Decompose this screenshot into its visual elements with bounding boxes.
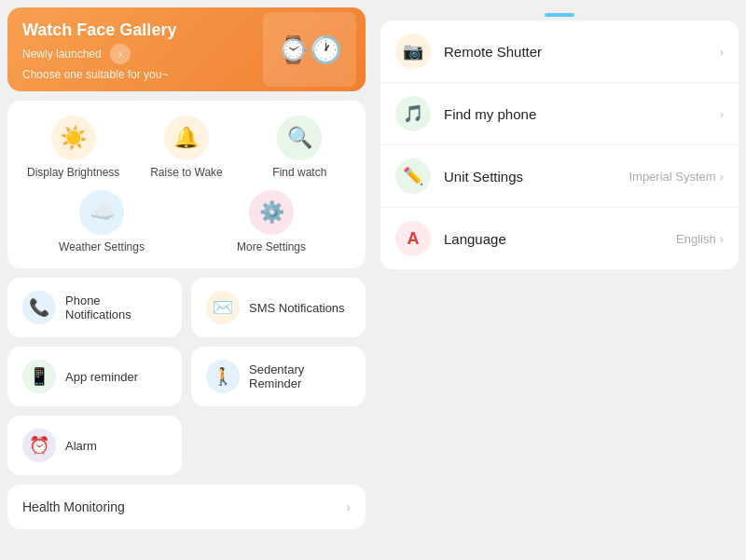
sedentary-reminder-icon: 🚶 [206, 360, 240, 393]
phone-notifications-label: Phone Notifications [65, 294, 167, 321]
quick-item-more-settings[interactable]: ⚙️ More Settings [192, 190, 351, 253]
language-icon: A [395, 221, 431, 256]
remote-shutter-label: Remote Shutter [444, 44, 720, 60]
right-panel: 📷 Remote Shutter › 🎵 Find my phone › ✏️ … [373, 0, 746, 560]
app-reminder-item[interactable]: 📱 App reminder [7, 347, 182, 406]
app-reminder-icon: 📱 [22, 360, 56, 393]
quick-item-weather-settings[interactable]: ☁️ Weather Settings [22, 190, 181, 253]
alarm-item[interactable]: ⏰ Alarm [7, 416, 182, 475]
health-monitoring-chevron-icon: › [346, 499, 351, 514]
find-my-phone-item[interactable]: 🎵 Find my phone › [380, 83, 739, 145]
app-reminder-label: App reminder [65, 370, 138, 384]
remote-shutter-chevron-icon: › [720, 45, 724, 59]
quick-actions-card: ☀️ Display Brightness 🔔 Raise to Wake 🔍 … [7, 101, 366, 268]
display-brightness-icon: ☀️ [51, 116, 96, 160]
language-item[interactable]: A Language English › [380, 208, 739, 269]
more-settings-icon: ⚙️ [249, 190, 294, 235]
banner-arrow-icon: › [110, 44, 131, 64]
health-monitoring-item[interactable]: Health Monitoring › [7, 485, 366, 529]
quick-actions-top-row: ☀️ Display Brightness 🔔 Raise to Wake 🔍 … [22, 116, 351, 179]
quick-item-display-brightness[interactable]: ☀️ Display Brightness [22, 116, 124, 179]
right-settings-card: 📷 Remote Shutter › 🎵 Find my phone › ✏️ … [380, 20, 739, 269]
alarm-icon: ⏰ [22, 429, 56, 462]
scroll-dot [545, 13, 574, 17]
unit-settings-item[interactable]: ✏️ Unit Settings Imperial System › [380, 145, 739, 208]
watch-face-banner[interactable]: Watch Face Gallery Newly launched › Choo… [7, 7, 366, 91]
unit-settings-chevron-icon: › [720, 170, 724, 184]
notifications-grid: 📞 Phone Notifications ✉️ SMS Notificatio… [7, 278, 366, 406]
raise-to-wake-icon: 🔔 [164, 116, 209, 160]
phone-notifications-icon: 📞 [22, 291, 56, 324]
sms-notifications-icon: ✉️ [206, 291, 240, 324]
find-my-phone-chevron-icon: › [720, 107, 724, 121]
find-my-phone-label: Find my phone [444, 106, 720, 122]
quick-item-raise-to-wake[interactable]: 🔔 Raise to Wake [135, 116, 237, 179]
language-value: English [676, 232, 716, 246]
unit-settings-icon: ✏️ [395, 158, 431, 194]
weather-settings-icon: ☁️ [79, 190, 124, 235]
sms-notifications-item[interactable]: ✉️ SMS Notifications [191, 278, 366, 337]
find-watch-label: Find watch [272, 166, 326, 179]
find-my-phone-icon: 🎵 [395, 96, 431, 131]
language-chevron-icon: › [720, 232, 724, 246]
quick-actions-bottom-row: ☁️ Weather Settings ⚙️ More Settings [22, 190, 351, 253]
health-monitoring-label: Health Monitoring [22, 499, 125, 514]
display-brightness-label: Display Brightness [27, 166, 119, 179]
sedentary-reminder-item[interactable]: 🚶 Sedentary Reminder [191, 347, 366, 406]
sedentary-reminder-label: Sedentary Reminder [249, 362, 351, 390]
raise-to-wake-label: Raise to Wake [150, 166, 223, 179]
left-panel: Watch Face Gallery Newly launched › Choo… [0, 0, 373, 560]
scroll-indicator [380, 7, 739, 20]
remote-shutter-item[interactable]: 📷 Remote Shutter › [380, 20, 739, 83]
phone-notifications-item[interactable]: 📞 Phone Notifications [7, 278, 182, 337]
weather-settings-label: Weather Settings [59, 240, 145, 253]
more-settings-label: More Settings [237, 240, 306, 253]
language-label: Language [444, 231, 676, 247]
unit-settings-label: Unit Settings [444, 169, 629, 184]
banner-image: ⌚🕐 [263, 12, 356, 87]
sms-notifications-label: SMS Notifications [249, 301, 345, 315]
quick-item-find-watch[interactable]: 🔍 Find watch [249, 116, 351, 179]
find-watch-icon: 🔍 [277, 116, 322, 160]
unit-settings-value: Imperial System [629, 170, 715, 184]
remote-shutter-icon: 📷 [395, 34, 431, 69]
alarm-label: Alarm [65, 439, 97, 453]
